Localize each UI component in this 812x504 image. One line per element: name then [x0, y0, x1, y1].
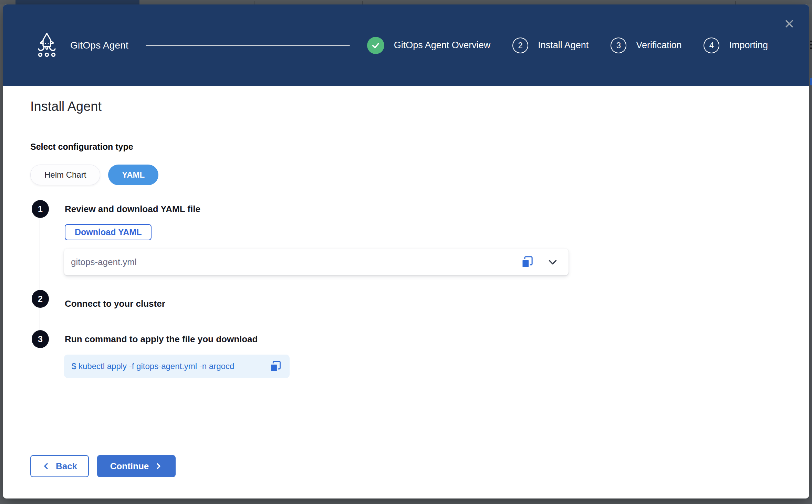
config-type-toggle: Helm Chart YAML — [30, 165, 158, 185]
stepper-item-overview[interactable]: GitOps Agent Overview — [367, 37, 491, 54]
stepper-item-verification[interactable]: 3 Verification — [611, 38, 681, 53]
background-browser-tab-strip — [0, 0, 812, 4]
helm-chart-option[interactable]: Helm Chart — [30, 165, 100, 185]
background-tab-separator — [735, 1, 736, 4]
expand-yaml-button[interactable] — [547, 256, 558, 267]
background-page-fragment — [810, 41, 812, 42]
close-button[interactable] — [783, 18, 795, 30]
background-tab-separator — [254, 1, 254, 4]
yaml-option[interactable]: YAML — [108, 165, 158, 185]
gitops-agent-squid-icon — [36, 32, 58, 59]
chevron-down-icon — [547, 256, 558, 267]
wizard-body: Install Agent Select configuration type … — [3, 86, 809, 498]
download-yaml-button[interactable]: Download YAML — [65, 224, 152, 240]
kubectl-command-box: $ kubectl apply -f gitops-agent.yml -n a… — [64, 355, 290, 378]
step-1-title: Review and download YAML file — [65, 204, 200, 214]
background-page-fragment — [810, 78, 812, 85]
chevron-left-icon — [42, 462, 50, 470]
stepper-label: Install Agent — [538, 40, 589, 51]
close-icon — [784, 19, 794, 29]
step-2-title: Connect to your cluster — [65, 298, 165, 309]
step-number-badge: 3 — [611, 38, 626, 53]
header-divider — [146, 45, 350, 46]
step-number-badge: 2 — [512, 38, 528, 53]
copy-icon — [520, 255, 534, 269]
back-button[interactable]: Back — [30, 455, 89, 477]
check-icon — [367, 37, 384, 54]
background-tab-separator — [362, 1, 363, 4]
step-1-badge: 1 — [32, 200, 49, 218]
copy-command-button[interactable] — [269, 360, 282, 373]
step-3-badge: 3 — [32, 330, 49, 348]
wizard-header: GitOps Agent GitOps Agent Overview 2 Ins… — [3, 4, 809, 86]
yaml-file-row[interactable]: gitops-agent.yml — [64, 249, 569, 275]
wizard-title: GitOps Agent — [70, 40, 128, 51]
stepper-label: Importing — [729, 40, 768, 51]
config-type-label: Select configuration type — [30, 142, 133, 152]
step-number-badge: 4 — [704, 38, 719, 53]
step-connector-line — [40, 218, 40, 331]
copy-yaml-button[interactable] — [520, 255, 534, 269]
step-2-badge: 2 — [32, 290, 49, 308]
continue-button-label: Continue — [110, 461, 149, 472]
yaml-file-name: gitops-agent.yml — [71, 257, 520, 267]
kubectl-command-text: $ kubectl apply -f gitops-agent.yml -n a… — [72, 361, 234, 371]
stepper-label: Verification — [636, 40, 681, 51]
back-button-label: Back — [56, 461, 77, 472]
background-page-fragment — [810, 44, 812, 45]
background-browser-active-tab — [15, 0, 139, 4]
page-title: Install Agent — [30, 99, 102, 114]
continue-button[interactable]: Continue — [97, 455, 176, 477]
step-3-title: Run command to apply the file you downlo… — [65, 334, 258, 345]
stepper-item-importing[interactable]: 4 Importing — [704, 38, 768, 53]
stepper-label: GitOps Agent Overview — [394, 40, 491, 51]
wizard-stepper: GitOps Agent Overview 2 Install Agent 3 … — [367, 37, 768, 54]
stepper-item-install-agent[interactable]: 2 Install Agent — [512, 38, 589, 53]
wizard-footer: Back Continue — [30, 455, 176, 477]
background-page-fragment — [810, 48, 812, 49]
copy-icon — [269, 360, 282, 373]
chevron-right-icon — [154, 462, 163, 470]
gitops-agent-wizard-modal: GitOps Agent GitOps Agent Overview 2 Ins… — [3, 4, 809, 498]
